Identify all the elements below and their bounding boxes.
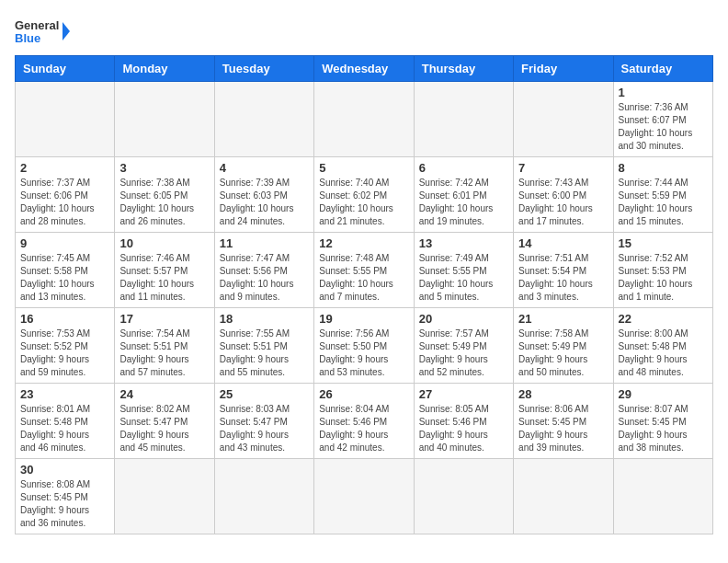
day-number: 12 xyxy=(319,236,408,250)
calendar-cell xyxy=(115,82,214,157)
calendar-cell: 5Sunrise: 7:40 AM Sunset: 6:02 PM Daylig… xyxy=(314,157,414,233)
calendar-table: SundayMondayTuesdayWednesdayThursdayFrid… xyxy=(15,55,713,534)
weekday-header-sunday: Sunday xyxy=(16,56,115,82)
calendar-cell: 10Sunrise: 7:46 AM Sunset: 5:57 PM Dayli… xyxy=(115,233,214,308)
logo-svg: General Blue xyxy=(15,15,70,48)
calendar-cell xyxy=(16,82,115,157)
day-info: Sunrise: 7:42 AM Sunset: 6:01 PM Dayligh… xyxy=(419,177,508,228)
calendar-cell: 14Sunrise: 7:51 AM Sunset: 5:54 PM Dayli… xyxy=(514,233,613,308)
calendar-cell: 24Sunrise: 8:02 AM Sunset: 5:47 PM Dayli… xyxy=(115,384,214,459)
day-info: Sunrise: 8:07 AM Sunset: 5:45 PM Dayligh… xyxy=(619,403,708,454)
day-info: Sunrise: 8:06 AM Sunset: 5:45 PM Dayligh… xyxy=(518,403,608,454)
day-number: 13 xyxy=(419,236,508,250)
calendar-cell: 8Sunrise: 7:44 AM Sunset: 5:59 PM Daylig… xyxy=(613,157,712,233)
day-number: 16 xyxy=(20,312,109,326)
calendar-cell: 16Sunrise: 7:53 AM Sunset: 5:52 PM Dayli… xyxy=(16,308,115,384)
weekday-header-friday: Friday xyxy=(514,56,613,82)
day-number: 1 xyxy=(619,86,708,99)
day-number: 10 xyxy=(119,236,209,250)
page-header: General Blue xyxy=(15,15,713,48)
day-info: Sunrise: 7:44 AM Sunset: 5:59 PM Dayligh… xyxy=(619,177,708,228)
day-number: 19 xyxy=(319,312,408,326)
logo: General Blue xyxy=(15,15,70,48)
calendar-cell xyxy=(314,82,414,157)
day-info: Sunrise: 7:46 AM Sunset: 5:57 PM Dayligh… xyxy=(119,252,209,304)
day-number: 6 xyxy=(419,161,508,175)
day-number: 11 xyxy=(220,236,309,250)
day-info: Sunrise: 7:58 AM Sunset: 5:49 PM Dayligh… xyxy=(518,327,608,379)
calendar-cell xyxy=(514,459,613,534)
day-number: 17 xyxy=(119,312,209,326)
day-number: 29 xyxy=(619,387,708,401)
calendar-cell xyxy=(414,82,513,157)
svg-text:Blue: Blue xyxy=(15,31,40,45)
day-number: 26 xyxy=(319,387,408,401)
day-number: 30 xyxy=(20,463,109,477)
day-number: 21 xyxy=(518,312,608,326)
day-info: Sunrise: 7:48 AM Sunset: 5:55 PM Dayligh… xyxy=(319,252,408,304)
day-info: Sunrise: 7:55 AM Sunset: 5:51 PM Dayligh… xyxy=(220,327,309,379)
calendar-cell: 29Sunrise: 8:07 AM Sunset: 5:45 PM Dayli… xyxy=(613,384,712,459)
day-number: 28 xyxy=(518,387,608,401)
weekday-header-row: SundayMondayTuesdayWednesdayThursdayFrid… xyxy=(16,56,713,82)
day-info: Sunrise: 7:47 AM Sunset: 5:56 PM Dayligh… xyxy=(220,252,309,304)
day-number: 4 xyxy=(220,161,309,175)
weekday-header-wednesday: Wednesday xyxy=(314,56,414,82)
calendar-cell xyxy=(214,82,313,157)
calendar-cell xyxy=(314,459,414,534)
calendar-cell: 6Sunrise: 7:42 AM Sunset: 6:01 PM Daylig… xyxy=(414,157,513,233)
svg-text:General: General xyxy=(15,18,59,32)
week-row-1: 1Sunrise: 7:36 AM Sunset: 6:07 PM Daylig… xyxy=(16,82,713,157)
day-info: Sunrise: 7:36 AM Sunset: 6:07 PM Dayligh… xyxy=(619,101,708,153)
calendar-cell: 4Sunrise: 7:39 AM Sunset: 6:03 PM Daylig… xyxy=(214,157,313,233)
day-info: Sunrise: 7:57 AM Sunset: 5:49 PM Dayligh… xyxy=(419,327,508,379)
day-info: Sunrise: 7:52 AM Sunset: 5:53 PM Dayligh… xyxy=(619,252,708,304)
day-number: 27 xyxy=(419,387,508,401)
day-info: Sunrise: 7:37 AM Sunset: 6:06 PM Dayligh… xyxy=(20,177,109,228)
weekday-header-thursday: Thursday xyxy=(414,56,513,82)
calendar-cell: 2Sunrise: 7:37 AM Sunset: 6:06 PM Daylig… xyxy=(16,157,115,233)
calendar-cell: 28Sunrise: 8:06 AM Sunset: 5:45 PM Dayli… xyxy=(514,384,613,459)
calendar-cell: 17Sunrise: 7:54 AM Sunset: 5:51 PM Dayli… xyxy=(115,308,214,384)
day-number: 5 xyxy=(319,161,408,175)
calendar-cell: 27Sunrise: 8:05 AM Sunset: 5:46 PM Dayli… xyxy=(414,384,513,459)
day-number: 9 xyxy=(20,236,109,250)
calendar-cell xyxy=(613,459,712,534)
calendar-cell: 20Sunrise: 7:57 AM Sunset: 5:49 PM Dayli… xyxy=(414,308,513,384)
day-number: 25 xyxy=(220,387,309,401)
day-info: Sunrise: 7:40 AM Sunset: 6:02 PM Dayligh… xyxy=(319,177,408,228)
calendar-cell: 25Sunrise: 8:03 AM Sunset: 5:47 PM Dayli… xyxy=(214,384,313,459)
day-info: Sunrise: 7:51 AM Sunset: 5:54 PM Dayligh… xyxy=(518,252,608,304)
calendar-cell: 11Sunrise: 7:47 AM Sunset: 5:56 PM Dayli… xyxy=(214,233,313,308)
day-info: Sunrise: 8:01 AM Sunset: 5:48 PM Dayligh… xyxy=(20,403,109,454)
day-number: 3 xyxy=(119,161,209,175)
weekday-header-saturday: Saturday xyxy=(613,56,712,82)
week-row-3: 9Sunrise: 7:45 AM Sunset: 5:58 PM Daylig… xyxy=(16,233,713,308)
svg-marker-2 xyxy=(63,22,70,40)
weekday-header-tuesday: Tuesday xyxy=(214,56,313,82)
calendar-cell: 12Sunrise: 7:48 AM Sunset: 5:55 PM Dayli… xyxy=(314,233,414,308)
day-info: Sunrise: 8:05 AM Sunset: 5:46 PM Dayligh… xyxy=(419,403,508,454)
day-info: Sunrise: 7:38 AM Sunset: 6:05 PM Dayligh… xyxy=(119,177,209,228)
calendar-cell: 9Sunrise: 7:45 AM Sunset: 5:58 PM Daylig… xyxy=(16,233,115,308)
day-number: 23 xyxy=(20,387,109,401)
day-info: Sunrise: 7:39 AM Sunset: 6:03 PM Dayligh… xyxy=(220,177,309,228)
calendar-cell: 18Sunrise: 7:55 AM Sunset: 5:51 PM Dayli… xyxy=(214,308,313,384)
week-row-6: 30Sunrise: 8:08 AM Sunset: 5:45 PM Dayli… xyxy=(16,459,713,534)
calendar-cell: 21Sunrise: 7:58 AM Sunset: 5:49 PM Dayli… xyxy=(514,308,613,384)
day-number: 7 xyxy=(518,161,608,175)
day-info: Sunrise: 8:03 AM Sunset: 5:47 PM Dayligh… xyxy=(220,403,309,454)
calendar-cell: 3Sunrise: 7:38 AM Sunset: 6:05 PM Daylig… xyxy=(115,157,214,233)
week-row-2: 2Sunrise: 7:37 AM Sunset: 6:06 PM Daylig… xyxy=(16,157,713,233)
day-number: 14 xyxy=(518,236,608,250)
calendar-cell: 23Sunrise: 8:01 AM Sunset: 5:48 PM Dayli… xyxy=(16,384,115,459)
calendar-cell: 26Sunrise: 8:04 AM Sunset: 5:46 PM Dayli… xyxy=(314,384,414,459)
day-info: Sunrise: 7:53 AM Sunset: 5:52 PM Dayligh… xyxy=(20,327,109,379)
day-number: 22 xyxy=(619,312,708,326)
calendar-cell: 13Sunrise: 7:49 AM Sunset: 5:55 PM Dayli… xyxy=(414,233,513,308)
weekday-header-monday: Monday xyxy=(115,56,214,82)
day-info: Sunrise: 7:43 AM Sunset: 6:00 PM Dayligh… xyxy=(518,177,608,228)
week-row-5: 23Sunrise: 8:01 AM Sunset: 5:48 PM Dayli… xyxy=(16,384,713,459)
day-info: Sunrise: 8:00 AM Sunset: 5:48 PM Dayligh… xyxy=(619,327,708,379)
day-info: Sunrise: 7:56 AM Sunset: 5:50 PM Dayligh… xyxy=(319,327,408,379)
